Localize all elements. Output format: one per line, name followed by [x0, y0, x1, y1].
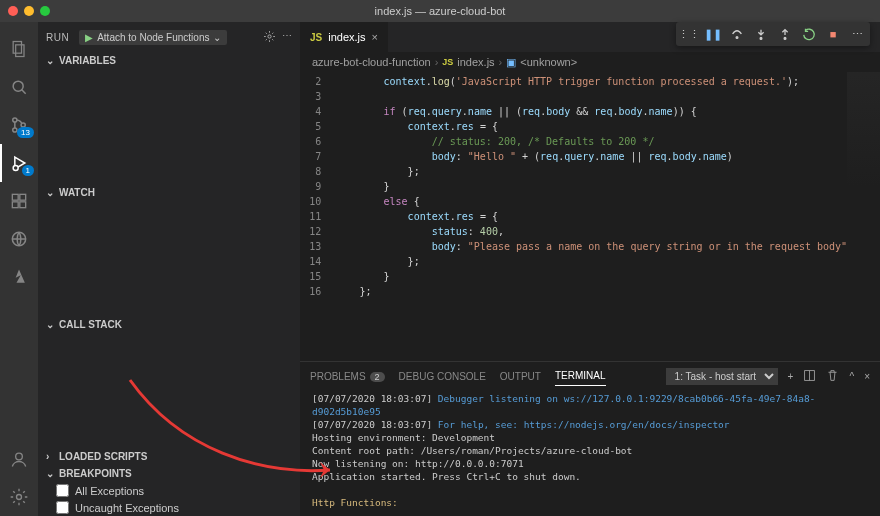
section-loaded-label: LOADED SCRIPTS: [59, 451, 147, 462]
all-exceptions-checkbox[interactable]: [56, 484, 69, 497]
section-watch[interactable]: ⌄WATCH: [38, 184, 300, 201]
tab-close-icon[interactable]: ×: [372, 31, 378, 43]
scm-badge: 13: [17, 127, 34, 138]
panel-tab-output[interactable]: OUTPUT: [500, 367, 541, 386]
debug-sidebar: RUN ▶ Attach to Node Functions ⌄ ⋯ ⌄VARI…: [38, 22, 300, 516]
svg-point-19: [736, 37, 738, 39]
debug-toolbar[interactable]: ⋮⋮ ❚❚ ■ ⋯: [676, 22, 870, 46]
restart-button[interactable]: [802, 27, 816, 41]
tab-index-js[interactable]: JS index.js ×: [300, 22, 389, 52]
breadcrumb-sep: ›: [499, 56, 503, 68]
stop-button[interactable]: ■: [826, 27, 840, 41]
more-debug-icon[interactable]: ⋯: [850, 27, 864, 41]
run-config-label: Attach to Node Functions: [97, 32, 209, 43]
maximize-panel-icon[interactable]: ^: [849, 371, 854, 382]
breadcrumb-file[interactable]: index.js: [457, 56, 494, 68]
step-into-button[interactable]: [754, 27, 768, 41]
svg-point-21: [784, 38, 786, 40]
activity-run-debug[interactable]: 1: [0, 144, 38, 182]
section-variables-label: VARIABLES: [59, 55, 116, 66]
drag-handle-icon[interactable]: ⋮⋮: [682, 27, 696, 41]
activity-azure[interactable]: [0, 258, 38, 296]
section-variables[interactable]: ⌄VARIABLES: [38, 52, 300, 69]
code-editor[interactable]: context.log('JavaScript HTTP trigger fun…: [335, 72, 847, 361]
breadcrumb-symbol[interactable]: <unknown>: [520, 56, 577, 68]
activity-explorer[interactable]: [0, 30, 38, 68]
svg-rect-10: [20, 194, 26, 200]
window-title: index.js — azure-cloud-bot: [375, 5, 506, 17]
all-exceptions-label: All Exceptions: [75, 485, 144, 497]
svg-point-4: [13, 118, 17, 122]
activity-search[interactable]: [0, 68, 38, 106]
svg-rect-1: [16, 45, 24, 57]
breadcrumb[interactable]: azure-bot-cloud-function › JS index.js ›…: [300, 52, 880, 72]
section-callstack-label: CALL STACK: [59, 319, 122, 330]
uncaught-exceptions-label: Uncaught Exceptions: [75, 502, 179, 514]
sidebar-title: RUN: [46, 32, 69, 43]
svg-line-3: [22, 90, 26, 94]
tab-filename: index.js: [328, 31, 365, 43]
pause-button[interactable]: ❚❚: [706, 27, 720, 41]
problems-count: 2: [370, 372, 385, 382]
terminal-output[interactable]: [07/07/2020 18:03:07] Debugger listening…: [300, 390, 880, 516]
svg-point-20: [760, 38, 762, 40]
run-badge: 1: [22, 165, 34, 176]
start-debug-icon[interactable]: ▶: [85, 32, 93, 43]
svg-rect-12: [20, 202, 26, 208]
activity-remote[interactable]: [0, 220, 38, 258]
gear-icon[interactable]: [263, 30, 276, 45]
svg-rect-11: [12, 202, 18, 208]
svg-point-8: [13, 166, 18, 171]
js-file-icon: JS: [442, 57, 453, 67]
minimap[interactable]: [847, 72, 880, 361]
svg-rect-0: [13, 42, 21, 54]
svg-point-16: [268, 34, 271, 37]
section-breakpoints-label: BREAKPOINTS: [59, 468, 132, 479]
svg-point-15: [17, 495, 22, 500]
window-minimize-button[interactable]: [24, 6, 34, 16]
breadcrumb-folder[interactable]: azure-bot-cloud-function: [312, 56, 431, 68]
panel-tab-problems[interactable]: PROBLEMS2: [310, 367, 385, 386]
uncaught-exceptions-checkbox[interactable]: [56, 501, 69, 514]
chevron-right-icon: ›: [46, 451, 55, 462]
chevron-down-icon: ⌄: [46, 468, 55, 479]
run-config-selector[interactable]: ▶ Attach to Node Functions ⌄: [79, 30, 227, 45]
activity-extensions[interactable]: [0, 182, 38, 220]
activity-settings[interactable]: [0, 478, 38, 516]
activity-bar: 13 1: [0, 22, 38, 516]
breakpoint-uncaught-exceptions[interactable]: Uncaught Exceptions: [52, 499, 300, 516]
breadcrumb-sep: ›: [435, 56, 439, 68]
activity-scm[interactable]: 13: [0, 106, 38, 144]
split-terminal-icon[interactable]: [803, 369, 816, 384]
breakpoint-all-exceptions[interactable]: All Exceptions: [52, 482, 300, 499]
section-watch-label: WATCH: [59, 187, 95, 198]
panel-tab-terminal[interactable]: TERMINAL: [555, 366, 606, 386]
step-out-button[interactable]: [778, 27, 792, 41]
close-panel-icon[interactable]: ×: [864, 371, 870, 382]
section-breakpoints[interactable]: ⌄BREAKPOINTS: [38, 465, 300, 482]
section-callstack[interactable]: ⌄CALL STACK: [38, 316, 300, 333]
chevron-down-icon: ⌄: [46, 319, 55, 330]
js-file-icon: JS: [310, 32, 322, 43]
window-maximize-button[interactable]: [40, 6, 50, 16]
svg-rect-9: [12, 194, 18, 200]
line-number-gutter[interactable]: 2345678910111213141516: [300, 72, 335, 361]
terminal-selector[interactable]: 1: Task - host start: [666, 368, 778, 385]
more-icon[interactable]: ⋯: [282, 30, 292, 45]
bottom-panel: PROBLEMS2 DEBUG CONSOLE OUTPUT TERMINAL …: [300, 361, 880, 516]
section-loaded-scripts[interactable]: ›LOADED SCRIPTS: [38, 448, 300, 465]
step-over-button[interactable]: [730, 27, 744, 41]
chevron-down-icon: ⌄: [46, 187, 55, 198]
window-close-button[interactable]: [8, 6, 18, 16]
new-terminal-icon[interactable]: +: [788, 371, 794, 382]
symbol-icon: ▣: [506, 56, 516, 69]
trash-icon[interactable]: [826, 369, 839, 384]
chevron-down-icon: ⌄: [46, 55, 55, 66]
chevron-down-icon: ⌄: [213, 32, 221, 43]
panel-tab-debug-console[interactable]: DEBUG CONSOLE: [399, 367, 486, 386]
activity-account[interactable]: [0, 440, 38, 478]
window-titlebar: index.js — azure-cloud-bot: [0, 0, 880, 22]
svg-point-14: [16, 453, 23, 460]
